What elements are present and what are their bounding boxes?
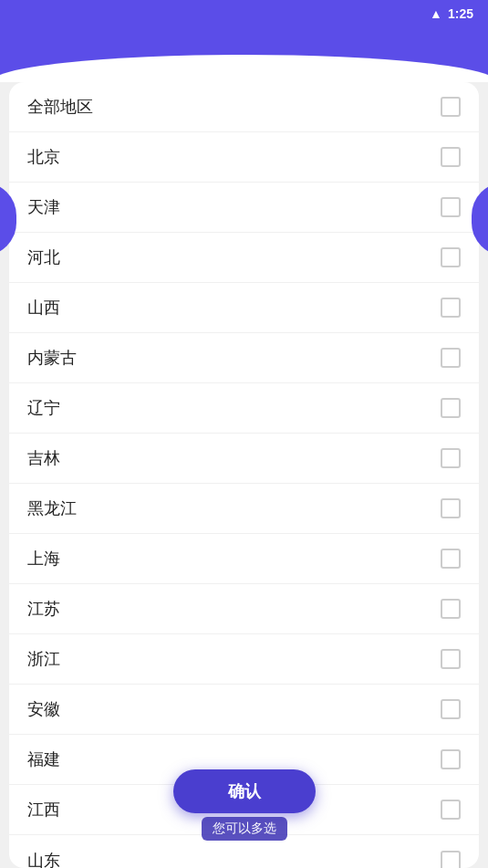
wifi-icon: ▲ bbox=[430, 6, 442, 21]
region-label: 上海 bbox=[27, 548, 60, 570]
region-label: 全部地区 bbox=[27, 96, 93, 118]
list-item[interactable]: 浙江 bbox=[9, 634, 479, 685]
region-checkbox[interactable] bbox=[441, 247, 461, 267]
list-item[interactable]: 河北 bbox=[9, 233, 479, 283]
region-checkbox[interactable] bbox=[441, 851, 461, 869]
region-checkbox[interactable] bbox=[441, 599, 461, 619]
region-label: 江西 bbox=[27, 799, 60, 821]
list-item[interactable]: 内蒙古 bbox=[9, 333, 479, 383]
list-item[interactable]: 全部地区 bbox=[9, 82, 479, 132]
region-label: 吉林 bbox=[27, 447, 60, 469]
region-label: 河北 bbox=[27, 246, 60, 268]
region-checkbox[interactable] bbox=[441, 448, 461, 468]
region-checkbox[interactable] bbox=[441, 699, 461, 719]
region-label: 辽宁 bbox=[27, 397, 60, 419]
list-item[interactable]: 天津 bbox=[9, 183, 479, 233]
region-checkbox[interactable] bbox=[441, 398, 461, 418]
region-label: 江苏 bbox=[27, 598, 60, 620]
hint-text: 您可以多选 bbox=[202, 817, 287, 841]
region-list-container[interactable]: 全部地区北京天津河北山西内蒙古辽宁吉林黑龙江上海江苏浙江安徽福建江西山东 bbox=[9, 82, 479, 868]
region-checkbox[interactable] bbox=[441, 649, 461, 669]
region-label: 内蒙古 bbox=[27, 347, 77, 369]
region-label: 安徽 bbox=[27, 698, 60, 720]
list-item[interactable]: 山西 bbox=[9, 283, 479, 333]
region-label: 山东 bbox=[27, 850, 60, 869]
region-checkbox[interactable] bbox=[441, 800, 461, 820]
main-card: 全部地区北京天津河北山西内蒙古辽宁吉林黑龙江上海江苏浙江安徽福建江西山东 确认 … bbox=[9, 82, 479, 868]
status-bar: ▲ 1:25 bbox=[0, 0, 488, 27]
page-wrapper: ▲ 1:25 全部地区北京天津河北山西内蒙古辽宁吉林黑龙江上海江苏浙江安徽福建江… bbox=[0, 0, 488, 868]
status-time: 1:25 bbox=[448, 6, 473, 21]
region-label: 山西 bbox=[27, 297, 60, 319]
list-item[interactable]: 安徽 bbox=[9, 685, 479, 735]
confirm-button[interactable]: 确认 bbox=[173, 769, 316, 813]
region-checkbox[interactable] bbox=[441, 147, 461, 167]
region-checkbox[interactable] bbox=[441, 197, 461, 217]
region-label: 黑龙江 bbox=[27, 497, 77, 519]
region-checkbox[interactable] bbox=[441, 97, 461, 117]
region-label: 浙江 bbox=[27, 648, 60, 670]
list-item[interactable]: 江苏 bbox=[9, 584, 479, 634]
top-decoration bbox=[0, 27, 488, 82]
list-item[interactable]: 上海 bbox=[9, 534, 479, 584]
region-checkbox[interactable] bbox=[441, 749, 461, 769]
list-item[interactable]: 吉林 bbox=[9, 434, 479, 484]
region-checkbox[interactable] bbox=[441, 348, 461, 368]
list-item[interactable]: 辽宁 bbox=[9, 383, 479, 434]
region-checkbox[interactable] bbox=[441, 298, 461, 318]
region-label: 北京 bbox=[27, 146, 60, 168]
region-checkbox[interactable] bbox=[441, 549, 461, 569]
list-item[interactable]: 北京 bbox=[9, 132, 479, 183]
confirm-button-wrapper: 确认 您可以多选 bbox=[173, 769, 316, 841]
region-checkbox[interactable] bbox=[441, 498, 461, 518]
list-item[interactable]: 黑龙江 bbox=[9, 484, 479, 534]
region-label: 天津 bbox=[27, 196, 60, 218]
region-label: 福建 bbox=[27, 748, 60, 770]
